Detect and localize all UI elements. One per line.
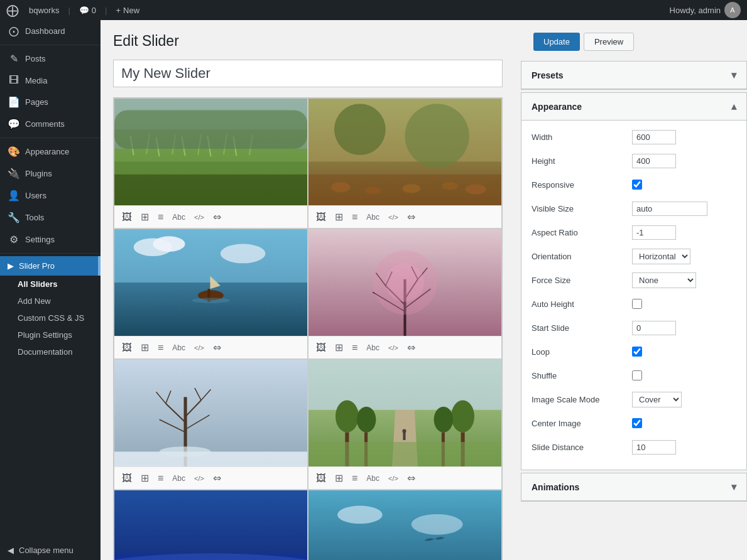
slide-text-btn[interactable]: Abc: [170, 342, 188, 353]
slide-image-btn[interactable]: 🖼: [314, 341, 329, 355]
slide-settings-btn[interactable]: ⇔: [405, 210, 418, 224]
slide-code-btn[interactable]: </>: [192, 212, 207, 222]
slide-layers-btn[interactable]: ⊞: [332, 471, 346, 485]
orientation-label: Orientation: [532, 252, 632, 261]
sidebar-item-media[interactable]: 🎞 Media: [0, 70, 101, 91]
image-scale-mode-select[interactable]: Cover Contain Exact None: [632, 392, 682, 407]
sidebar-item-dashboard[interactable]: ⨀ Dashboard: [0, 20, 101, 42]
orientation-select[interactable]: Horizontal Vertical: [632, 249, 690, 264]
plugins-icon: 🔌: [8, 168, 20, 180]
appearance-icon: 🎨: [8, 146, 20, 158]
comments-link[interactable]: 💬 0: [79, 6, 96, 15]
width-input[interactable]: [632, 130, 676, 144]
slide-content-btn[interactable]: ≡: [155, 210, 166, 224]
slide-code-btn[interactable]: </>: [386, 473, 401, 483]
sidebar-item-users[interactable]: 👤 Users: [0, 185, 101, 207]
sidebar-item-pages[interactable]: 📄 Pages: [0, 91, 101, 113]
image-scale-mode-label: Image Scale Mode: [532, 395, 632, 404]
center-image-checkbox[interactable]: [632, 418, 642, 428]
presets-header[interactable]: Presets ▾: [521, 62, 746, 89]
sidebar-label-users: Users: [25, 191, 46, 200]
slide-layers-btn[interactable]: ⊞: [332, 210, 346, 224]
sidebar-item-settings[interactable]: ⚙ Settings: [0, 229, 101, 250]
slide-image-btn[interactable]: 🖼: [314, 210, 329, 224]
field-row-image-scale-mode: Image Scale Mode Cover Contain Exact Non…: [532, 390, 736, 408]
slide-content-btn[interactable]: ≡: [349, 471, 360, 485]
collapse-menu-button[interactable]: ◀ Collapse menu: [0, 541, 101, 560]
responsive-checkbox[interactable]: [632, 180, 642, 190]
slide-content-btn[interactable]: ≡: [155, 471, 166, 485]
slide-settings-btn[interactable]: ⇔: [210, 340, 224, 355]
slider-title-input[interactable]: My New Slider: [113, 60, 503, 87]
new-link[interactable]: + New: [116, 6, 139, 15]
sidebar-label-plugins: Plugins: [25, 169, 52, 178]
sidebar-item-comments[interactable]: 💬 Comments: [0, 113, 101, 135]
slide-layers-btn[interactable]: ⊞: [138, 340, 151, 355]
appearance-header[interactable]: Appearance ▴: [521, 93, 746, 121]
top-bar: ⨁ bqworks | 💬 0 | + New Howdy, admin A: [0, 0, 747, 20]
field-row-width: Width: [532, 128, 736, 146]
sidebar-item-appearance[interactable]: 🎨 Appearance: [0, 141, 101, 163]
slide-distance-input[interactable]: [632, 440, 676, 455]
height-label: Height: [532, 156, 632, 166]
slide-settings-btn[interactable]: ⇔: [210, 471, 224, 485]
slide-settings-btn[interactable]: ⇔: [210, 210, 224, 224]
slide-image-btn[interactable]: 🖼: [119, 471, 134, 485]
slide-content-btn[interactable]: ≡: [349, 341, 360, 355]
loop-checkbox[interactable]: [632, 347, 642, 357]
presets-chevron-icon: ▾: [731, 69, 736, 81]
slide-layers-btn[interactable]: ⊞: [138, 471, 151, 485]
visible-size-input[interactable]: [632, 202, 707, 216]
right-panel: Update Preview Presets ▾ Appearance ▴ Wi…: [521, 20, 747, 560]
loop-label: Loop: [532, 347, 632, 357]
slide-text-btn[interactable]: Abc: [170, 212, 188, 223]
submenu-documentation[interactable]: Documentation: [0, 343, 101, 360]
submenu-add-new[interactable]: Add New: [0, 293, 101, 310]
slide-settings-btn[interactable]: ⇔: [405, 340, 418, 355]
slide-settings-btn[interactable]: ⇔: [405, 471, 418, 485]
slide-text-btn[interactable]: Abc: [364, 342, 382, 353]
aspect-ratio-input[interactable]: [632, 225, 676, 240]
posts-icon: ✎: [8, 53, 20, 65]
avatar: A: [724, 2, 741, 18]
site-name[interactable]: bqworks: [29, 6, 59, 15]
svg-rect-47: [114, 360, 307, 466]
slide-layers-btn[interactable]: ⊞: [138, 210, 151, 224]
slide-image: [114, 99, 307, 205]
slide-content-btn[interactable]: ≡: [155, 341, 166, 355]
svg-rect-25: [308, 175, 501, 205]
wp-logo-icon: ⨁: [6, 3, 19, 18]
preview-button[interactable]: Preview: [584, 33, 634, 51]
sidebar-item-tools[interactable]: 🔧 Tools: [0, 207, 101, 229]
start-slide-input[interactable]: [632, 321, 676, 335]
slide-code-btn[interactable]: </>: [192, 343, 207, 353]
update-button[interactable]: Update: [533, 33, 580, 51]
submenu-all-sliders[interactable]: All Sliders: [0, 276, 101, 293]
slide-text-btn[interactable]: Abc: [364, 212, 382, 223]
visible-size-label: Visible Size: [532, 204, 632, 213]
slide-image-btn[interactable]: 🖼: [119, 210, 134, 224]
slide-code-btn[interactable]: </>: [192, 473, 207, 483]
force-size-select[interactable]: None Force Auto Height: [632, 272, 696, 288]
slide-image: [308, 99, 501, 205]
field-row-height: Height: [532, 152, 736, 170]
slide-code-btn[interactable]: </>: [386, 212, 401, 222]
slide-image-btn[interactable]: 🖼: [314, 471, 329, 485]
sidebar-item-slider-pro[interactable]: ▶ Slider Pro: [0, 256, 101, 276]
slide-text-btn[interactable]: Abc: [364, 473, 382, 484]
submenu-plugin-settings[interactable]: Plugin Settings: [0, 326, 101, 343]
slide-text-btn[interactable]: Abc: [170, 473, 188, 484]
slide-image-btn[interactable]: 🖼: [119, 341, 134, 355]
shuffle-checkbox[interactable]: [632, 370, 642, 380]
slider-pro-icon: ▶: [8, 261, 14, 271]
submenu-custom-css-js[interactable]: Custom CSS & JS: [0, 310, 101, 326]
slide-layers-btn[interactable]: ⊞: [332, 340, 346, 355]
slide-code-btn[interactable]: </>: [386, 343, 401, 353]
auto-height-checkbox[interactable]: [632, 299, 642, 309]
sidebar-item-posts[interactable]: ✎ Posts: [0, 48, 101, 70]
height-input[interactable]: [632, 154, 676, 168]
field-row-shuffle: Shuffle: [532, 367, 736, 384]
slide-content-btn[interactable]: ≡: [349, 210, 360, 224]
animations-header[interactable]: Animations ▾: [521, 473, 746, 501]
sidebar-item-plugins[interactable]: 🔌 Plugins: [0, 163, 101, 185]
